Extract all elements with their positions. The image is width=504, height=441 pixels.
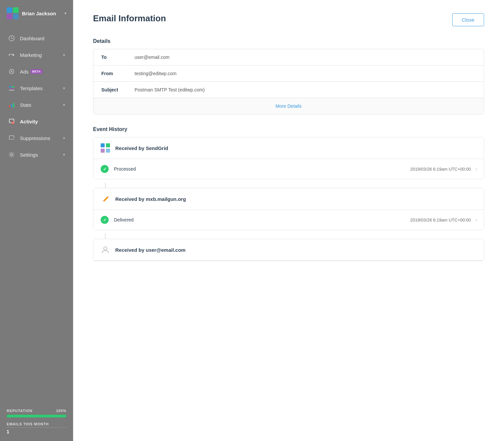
stats-icon bbox=[8, 101, 15, 108]
ads-icon bbox=[8, 68, 15, 75]
sendgrid-icon bbox=[100, 143, 111, 153]
details-section-title: Details bbox=[93, 38, 484, 44]
event-time-delivered: 2019/03/26 6:19am UTC+00:00 bbox=[410, 218, 471, 222]
beta-badge: BETA bbox=[31, 69, 43, 74]
detail-label-from: From bbox=[101, 71, 135, 76]
sidebar-item-label: Suppressions bbox=[20, 135, 50, 141]
chevron-down-icon: ▾ bbox=[63, 86, 65, 90]
detail-label-to: To bbox=[101, 55, 135, 60]
close-button[interactable]: Close bbox=[452, 13, 484, 26]
sidebar-item-suppressions[interactable]: Suppressions ▾ bbox=[0, 130, 73, 146]
event-history-title: Event History bbox=[93, 126, 484, 132]
emails-this-month-count: 1 bbox=[7, 429, 66, 434]
settings-icon bbox=[8, 151, 15, 158]
event-history-section: Event History Received by SendGrid ✓ bbox=[93, 126, 484, 261]
event-group-header-user: Received by user@email.com bbox=[93, 239, 484, 261]
sidebar-item-label: Dashboard bbox=[20, 36, 44, 41]
svg-rect-22 bbox=[101, 149, 105, 153]
sidebar-item-label: Ads bbox=[20, 69, 29, 74]
user-icon bbox=[100, 244, 111, 255]
detail-value-subject: Postman SMTP Test (editwp.com) bbox=[135, 87, 205, 92]
page-title: Email Information bbox=[93, 13, 166, 24]
svg-rect-12 bbox=[9, 105, 10, 107]
activity-icon bbox=[8, 118, 15, 125]
chevron-down-icon: ▾ bbox=[63, 103, 65, 107]
event-group-title-mailgun: Received by mxb.mailgun.org bbox=[115, 196, 186, 202]
svg-rect-2 bbox=[7, 14, 12, 19]
sidebar-item-ads[interactable]: Ads BETA bbox=[0, 63, 73, 80]
event-name-delivered: Delivered bbox=[114, 217, 410, 222]
event-group-header-sendgrid: Received by SendGrid bbox=[93, 137, 484, 159]
reputation-value: 100% bbox=[56, 409, 66, 413]
sidebar-item-label: Templates bbox=[20, 85, 43, 91]
marketing-icon bbox=[8, 51, 15, 59]
details-card: To user@email.com From testing@editwp.co… bbox=[93, 49, 484, 114]
check-circle-icon: ✓ bbox=[101, 216, 109, 224]
svg-point-5 bbox=[9, 54, 10, 56]
sidebar-item-marketing[interactable]: Marketing ▾ bbox=[0, 47, 73, 63]
detail-value-from: testing@editwp.com bbox=[135, 71, 176, 76]
svg-rect-3 bbox=[13, 14, 19, 19]
check-circle-icon: ✓ bbox=[101, 165, 109, 173]
event-group-title-sendgrid: Received by SendGrid bbox=[115, 145, 168, 151]
reputation-progress-fill bbox=[7, 415, 66, 417]
emails-this-month-label: EMAILS THIS MONTH bbox=[7, 422, 66, 428]
sidebar: Brian Jackson ▾ Dashboard Marketing ▾ Ad… bbox=[0, 0, 73, 441]
sidebar-item-label: Stats bbox=[20, 102, 31, 108]
detail-row-subject: Subject Postman SMTP Test (editwp.com) bbox=[93, 82, 484, 98]
chevron-right-icon: › bbox=[475, 166, 477, 172]
svg-rect-21 bbox=[106, 143, 110, 147]
sidebar-item-label: Activity bbox=[20, 119, 38, 124]
svg-rect-13 bbox=[11, 104, 12, 107]
sidebar-item-label: Settings bbox=[20, 152, 38, 158]
event-row-processed[interactable]: ✓ Processed 2019/03/26 6:19am UTC+00:00 … bbox=[93, 159, 484, 179]
sidebar-item-settings[interactable]: Settings ▾ bbox=[0, 146, 73, 163]
sidebar-item-stats[interactable]: Stats ▾ bbox=[0, 96, 73, 113]
brand-logo bbox=[7, 7, 19, 19]
reputation-progress-bg bbox=[7, 415, 66, 417]
sidebar-item-label: Marketing bbox=[20, 52, 42, 58]
detail-value-to: user@email.com bbox=[135, 55, 169, 60]
chevron-down-icon: ▾ bbox=[63, 153, 65, 157]
more-details-row: More Details bbox=[93, 98, 484, 114]
svg-rect-10 bbox=[9, 88, 14, 89]
svg-rect-20 bbox=[101, 143, 105, 147]
event-group-header-mailgun: Received by mxb.mailgun.org bbox=[93, 188, 484, 210]
connector-line-2 bbox=[105, 233, 106, 239]
event-group-mailgun: Received by mxb.mailgun.org ✓ Delivered … bbox=[93, 188, 484, 230]
detail-row-from: From testing@editwp.com bbox=[93, 66, 484, 82]
more-details-link[interactable]: More Details bbox=[275, 103, 302, 109]
svg-rect-11 bbox=[9, 90, 14, 90]
detail-row-to: To user@email.com bbox=[93, 49, 484, 66]
svg-rect-8 bbox=[9, 86, 11, 87]
main-content: Email Information Close Details To user@… bbox=[73, 0, 504, 441]
event-row-delivered[interactable]: ✓ Delivered 2019/03/26 6:19am UTC+00:00 … bbox=[93, 210, 484, 230]
sidebar-item-dashboard[interactable]: Dashboard bbox=[0, 30, 73, 47]
sidebar-nav: Dashboard Marketing ▾ Ads BETA bbox=[0, 27, 73, 405]
chevron-down-icon: ▾ bbox=[63, 136, 65, 140]
svg-point-24 bbox=[104, 247, 107, 250]
event-group-title-user: Received by user@email.com bbox=[115, 247, 185, 253]
connector-line bbox=[105, 183, 106, 188]
event-group-sendgrid: Received by SendGrid ✓ Processed 2019/03… bbox=[93, 137, 484, 179]
svg-rect-0 bbox=[7, 7, 12, 13]
pencil-icon bbox=[100, 194, 111, 204]
page-header: Email Information Close bbox=[93, 13, 484, 26]
reputation-label: REPUTATION bbox=[7, 409, 33, 413]
sidebar-item-templates[interactable]: Templates ▾ bbox=[0, 80, 73, 96]
sidebar-item-activity[interactable]: Activity bbox=[0, 113, 73, 130]
svg-rect-14 bbox=[13, 103, 14, 107]
processed-status-icon: ✓ bbox=[100, 164, 109, 174]
brand-header[interactable]: Brian Jackson ▾ bbox=[0, 0, 73, 27]
suppressions-icon bbox=[8, 134, 15, 142]
event-group-user: Received by user@email.com bbox=[93, 239, 484, 261]
brand-name: Brian Jackson bbox=[22, 11, 56, 16]
svg-rect-6 bbox=[13, 54, 14, 56]
detail-label-subject: Subject bbox=[101, 87, 135, 92]
reputation-section: REPUTATION 100% bbox=[7, 409, 66, 413]
delivered-status-icon: ✓ bbox=[100, 215, 109, 224]
event-time-processed: 2019/03/26 6:19am UTC+00:00 bbox=[410, 167, 471, 172]
brand-chevron-icon: ▾ bbox=[64, 11, 66, 16]
svg-point-19 bbox=[11, 154, 13, 156]
svg-rect-23 bbox=[106, 149, 110, 153]
